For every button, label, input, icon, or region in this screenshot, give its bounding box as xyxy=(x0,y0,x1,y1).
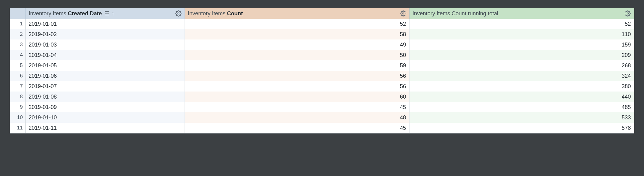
row-number: 5 xyxy=(10,60,25,71)
gear-icon[interactable] xyxy=(400,10,406,17)
cell-count[interactable]: 56 xyxy=(185,81,409,92)
cell-count[interactable]: 45 xyxy=(185,123,409,133)
table-row: 112019-01-1145578 xyxy=(10,123,634,133)
cell-count[interactable]: 48 xyxy=(185,112,409,123)
svg-point-1 xyxy=(402,13,404,14)
cell-running-total[interactable]: 268 xyxy=(409,60,634,71)
cell-count[interactable]: 56 xyxy=(185,71,409,81)
cell-created-date[interactable]: 2019-01-05 xyxy=(25,60,185,71)
cell-running-total[interactable]: 485 xyxy=(409,102,634,112)
table-row: 72019-01-0756380 xyxy=(10,81,634,92)
cell-created-date[interactable]: 2019-01-02 xyxy=(25,29,185,39)
row-number: 8 xyxy=(10,92,25,102)
row-number: 9 xyxy=(10,102,25,112)
col1-prefix: Inventory Items xyxy=(29,10,68,17)
cell-count[interactable]: 59 xyxy=(185,60,409,71)
cell-created-date[interactable]: 2019-01-08 xyxy=(25,92,185,102)
table-row: 12019-01-015252 xyxy=(10,19,634,29)
table-row: 62019-01-0656324 xyxy=(10,71,634,81)
data-table-panel: Inventory Items Created Date ☰ ↑ xyxy=(10,8,634,133)
cell-created-date[interactable]: 2019-01-11 xyxy=(25,123,185,133)
cell-running-total[interactable]: 324 xyxy=(409,71,634,81)
cell-created-date[interactable]: 2019-01-04 xyxy=(25,50,185,60)
cell-running-total[interactable]: 209 xyxy=(409,50,634,60)
row-number: 11 xyxy=(10,123,25,133)
cell-count[interactable]: 50 xyxy=(185,50,409,60)
cell-created-date[interactable]: 2019-01-06 xyxy=(25,71,185,81)
row-number: 6 xyxy=(10,71,25,81)
cell-created-date[interactable]: 2019-01-09 xyxy=(25,102,185,112)
rownum-header xyxy=(10,8,25,19)
cell-count[interactable]: 52 xyxy=(185,19,409,29)
cell-running-total[interactable]: 440 xyxy=(409,92,634,102)
row-number: 1 xyxy=(10,19,25,29)
table-row: 92019-01-0945485 xyxy=(10,102,634,112)
gear-icon[interactable] xyxy=(175,10,182,17)
cell-created-date[interactable]: 2019-01-03 xyxy=(25,39,185,50)
data-table: Inventory Items Created Date ☰ ↑ xyxy=(10,8,634,133)
row-number: 2 xyxy=(10,29,25,39)
cell-running-total[interactable]: 578 xyxy=(409,123,634,133)
cell-created-date[interactable]: 2019-01-01 xyxy=(25,19,185,29)
cell-created-date[interactable]: 2019-01-10 xyxy=(25,112,185,123)
table-row: 82019-01-0860440 xyxy=(10,92,634,102)
table-row: 22019-01-0258110 xyxy=(10,29,634,39)
svg-point-2 xyxy=(627,13,629,14)
row-number: 10 xyxy=(10,112,25,123)
cell-running-total[interactable]: 380 xyxy=(409,81,634,92)
cell-count[interactable]: 49 xyxy=(185,39,409,50)
cell-created-date[interactable]: 2019-01-07 xyxy=(25,81,185,92)
cell-running-total[interactable]: 52 xyxy=(409,19,634,29)
header-row: Inventory Items Created Date ☰ ↑ xyxy=(10,8,634,19)
column-header-created-date[interactable]: Inventory Items Created Date ☰ ↑ xyxy=(25,8,185,19)
cell-running-total[interactable]: 110 xyxy=(409,29,634,39)
column-header-running-total[interactable]: Inventory Items Count running total xyxy=(409,8,634,19)
pivot-icon: ☰ xyxy=(104,11,109,16)
row-number: 3 xyxy=(10,39,25,50)
col1-bold: Created Date xyxy=(68,10,102,17)
row-number: 7 xyxy=(10,81,25,92)
table-row: 32019-01-0349159 xyxy=(10,39,634,50)
col2-bold: Count xyxy=(227,10,243,17)
cell-running-total[interactable]: 533 xyxy=(409,112,634,123)
cell-count[interactable]: 58 xyxy=(185,29,409,39)
table-row: 102019-01-1048533 xyxy=(10,112,634,123)
sort-arrow-up-icon: ↑ xyxy=(112,11,114,16)
row-number: 4 xyxy=(10,50,25,60)
column-header-count[interactable]: Inventory Items Count xyxy=(185,8,409,19)
svg-point-0 xyxy=(178,13,179,14)
table-row: 42019-01-0450209 xyxy=(10,50,634,60)
cell-count[interactable]: 60 xyxy=(185,92,409,102)
cell-count[interactable]: 45 xyxy=(185,102,409,112)
col3-label: Inventory Items Count running total xyxy=(413,10,498,17)
gear-icon[interactable] xyxy=(625,10,631,17)
table-row: 52019-01-0559268 xyxy=(10,60,634,71)
col2-prefix: Inventory Items xyxy=(188,10,227,17)
cell-running-total[interactable]: 159 xyxy=(409,39,634,50)
